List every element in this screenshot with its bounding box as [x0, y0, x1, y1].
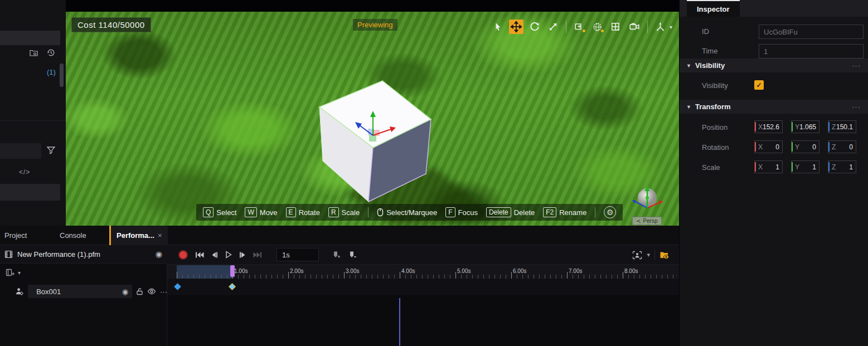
play-button[interactable] — [225, 251, 232, 259]
tab-inspector[interactable]: Inspector — [687, 0, 740, 17]
hotkey-bar: QSelect WMove ERotate RScale Select/Marq… — [196, 204, 623, 221]
playhead-line[interactable] — [399, 298, 400, 346]
cost-badge: Cost 1140/50000 — [71, 17, 151, 32]
close-icon[interactable]: × — [158, 231, 162, 240]
filter-icon[interactable] — [46, 145, 56, 155]
ruler-label: 1.00s — [234, 268, 248, 274]
more-icon[interactable]: ··· — [852, 61, 861, 70]
keyframe-marker[interactable] — [174, 283, 181, 290]
tracks-panel: New Performance (1).pfm ◉ ▾ Box001 ◉ — [0, 245, 167, 346]
place-object-button[interactable] — [572, 20, 586, 34]
focus-actor-icon[interactable] — [632, 251, 642, 260]
tab-performance[interactable]: Performa... × — [109, 226, 168, 245]
chevron-down-icon[interactable]: ▾ — [18, 270, 21, 276]
target-icon[interactable]: ◉ — [122, 287, 128, 296]
id-input[interactable]: UcGoBIFu — [759, 25, 864, 39]
keyframe-marker-selected[interactable] — [229, 283, 236, 290]
code-icon[interactable]: </> — [19, 168, 30, 176]
orientation-gizmo[interactable]: y ≺ Persp — [628, 184, 667, 226]
record-button[interactable] — [178, 250, 188, 260]
preview-folder-icon[interactable] — [660, 251, 670, 260]
position-z-field[interactable]: Z150.1 — [828, 120, 856, 133]
add-track-icon[interactable] — [6, 268, 14, 277]
scale-x-field[interactable]: X1 — [754, 160, 783, 173]
tab-project[interactable]: Project — [4, 226, 27, 245]
viewport-3d[interactable]: Cost 1140/50000 Previewing — [66, 12, 679, 226]
tab-console[interactable]: Console — [60, 226, 86, 245]
rotate-tool-button[interactable] — [527, 20, 542, 34]
sidebar-row-highlight[interactable] — [0, 184, 60, 201]
caret-down-icon[interactable]: ▼ — [686, 104, 691, 110]
visibility-section-header[interactable]: ▼ Visibility ··· — [680, 59, 868, 72]
select-tool-button[interactable] — [491, 20, 505, 34]
ruler-label: 7.00s — [569, 268, 582, 274]
move-tool-button[interactable] — [509, 20, 523, 34]
playback-controls: 1s ▾ — [167, 245, 679, 265]
caret-down-icon[interactable]: ▼ — [686, 63, 691, 69]
lock-open-icon[interactable] — [136, 287, 143, 295]
position-y-field[interactable]: Y1.065 — [791, 120, 819, 133]
timeline-ruler[interactable]: 1.00s 2.00s 3.00s 4.00s 5.00s 6.00s 7.00… — [167, 265, 679, 279]
hotkey-marquee: Select/Marquee — [377, 208, 437, 217]
world-space-button[interactable] — [590, 20, 605, 34]
more-icon[interactable]: ··· — [852, 103, 861, 111]
skip-to-start-button[interactable] — [195, 251, 204, 259]
toolbar-separator — [566, 21, 566, 33]
toolbar-separator — [647, 21, 648, 33]
chevron-down-icon[interactable]: ▾ — [670, 24, 672, 30]
rotation-z-field[interactable]: Z0 — [828, 140, 856, 153]
film-icon — [4, 250, 13, 259]
gizmo-mode-button[interactable] — [653, 20, 668, 34]
ruler-label: 8.00s — [624, 268, 638, 274]
hotkey-scale: RScale — [328, 207, 360, 217]
eye-icon[interactable] — [147, 288, 156, 295]
left-sidebar: (1) </> — [0, 0, 66, 226]
more-icon[interactable]: ··· — [160, 287, 167, 296]
time-input[interactable]: 1 — [759, 44, 864, 59]
duration-input[interactable]: 1s — [277, 248, 319, 261]
scene-cube[interactable] — [66, 12, 679, 226]
chevron-down-icon[interactable]: ▾ — [647, 251, 650, 259]
previewing-badge: Previewing — [353, 19, 397, 31]
track-name-label: Box001 — [36, 287, 61, 296]
sidebar-search-input[interactable] — [0, 143, 41, 159]
visibility-section-title: Visibility — [695, 61, 725, 70]
app-window: (1) </> — [0, 0, 868, 346]
scale-tool-button[interactable] — [546, 20, 560, 34]
rotation-y-field[interactable]: Y0 — [791, 140, 819, 153]
hotkey-settings-button[interactable]: ⚙ — [604, 206, 616, 218]
sidebar-selected-row[interactable] — [0, 31, 60, 45]
skip-to-end-button[interactable] — [253, 251, 262, 259]
viewport-top-strip — [66, 0, 679, 12]
transform-section-header[interactable]: ▼ Transform ··· — [680, 100, 868, 114]
viewport-toolbar: ▾ — [491, 17, 672, 36]
scale-y-field[interactable]: Y1 — [791, 160, 819, 173]
hotkey-select: QSelect — [203, 207, 236, 217]
target-icon[interactable]: ◉ — [156, 250, 162, 259]
history-icon[interactable] — [46, 48, 56, 57]
perspective-chip[interactable]: ≺ Persp — [632, 217, 662, 225]
transform-section-title: Transform — [695, 103, 731, 111]
gizmo-arrow-icon: ≺ — [636, 218, 641, 224]
add-marker-icon[interactable] — [332, 251, 341, 259]
performance-file-row[interactable]: New Performance (1).pfm ◉ — [0, 245, 167, 264]
remove-marker-icon[interactable] — [348, 251, 357, 259]
position-x-field[interactable]: X152.6 — [754, 120, 783, 133]
scale-z-field[interactable]: Z1 — [828, 160, 856, 173]
sidebar-scrollbar[interactable] — [60, 64, 64, 87]
visibility-checkbox[interactable]: ✓ — [754, 80, 764, 90]
camera-button[interactable] — [627, 20, 642, 34]
keyframe-track-row[interactable] — [167, 279, 679, 295]
folder-favorite-icon[interactable] — [29, 48, 38, 57]
track-name-box[interactable]: Box001 ◉ — [28, 285, 132, 298]
accent-dot — [601, 30, 604, 32]
snap-grid-button[interactable] — [609, 20, 623, 34]
timeline-panel: 1s ▾ — [167, 245, 679, 346]
track-row-box001[interactable]: Box001 ◉ ··· — [0, 283, 167, 300]
add-track-row: ▾ — [0, 264, 167, 281]
rotation-x-field[interactable]: X0 — [754, 140, 783, 153]
next-frame-button[interactable] — [239, 251, 246, 259]
playhead-handle[interactable] — [230, 265, 235, 277]
previous-frame-button[interactable] — [211, 251, 218, 259]
position-label: Position — [702, 123, 728, 131]
